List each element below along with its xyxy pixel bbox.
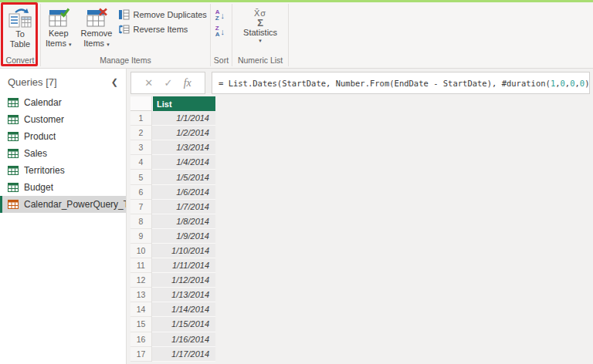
date-value-cell[interactable]: 1/16/2014 — [152, 332, 215, 347]
date-value-cell[interactable]: 1/10/2014 — [152, 244, 215, 258]
remove-duplicates-button[interactable]: Remove Duplicates — [118, 9, 206, 20]
date-value-cell[interactable]: 1/6/2014 — [152, 185, 215, 200]
date-value-cell[interactable]: 1/14/2014 — [152, 302, 215, 317]
group-label-numeric-list: Numeric List — [232, 54, 288, 68]
group-label-manage-items: Manage Items — [41, 54, 210, 68]
date-value-cell[interactable]: 1/7/2014 — [152, 200, 215, 214]
date-value-cell[interactable]: 1/15/2014 — [152, 317, 215, 332]
remove-duplicates-label: Remove Duplicates — [133, 10, 206, 19]
to-table-label-line2: Table — [10, 39, 30, 49]
query-item[interactable]: Calendar_PowerQuery_T... — [0, 196, 126, 213]
reverse-items-button[interactable]: Reverse Items — [118, 24, 206, 35]
to-table-button[interactable]: To Table — [3, 5, 37, 49]
formula-input[interactable]: = List.Dates(StartDate, Number.From(EndD… — [212, 72, 590, 94]
query-item[interactable]: Budget — [0, 179, 126, 196]
table-row[interactable]: 91/9/2014 — [130, 229, 215, 244]
query-item-label: Budget — [24, 182, 53, 193]
formula-segment: = List.Dates(StartDate, Number.From(EndD… — [219, 79, 551, 88]
query-item-label: Sales — [24, 148, 47, 159]
table-row[interactable]: 81/8/2014 — [130, 214, 215, 229]
date-value-cell[interactable]: 1/11/2014 — [152, 258, 215, 273]
date-value-cell[interactable]: 1/12/2014 — [152, 273, 215, 288]
cancel-icon[interactable]: ✕ — [144, 77, 153, 89]
accept-icon[interactable]: ✓ — [164, 77, 172, 89]
statistics-button[interactable]: X̄σ Σ Statistics ▾ — [232, 5, 288, 43]
table-row[interactable]: 51/5/2014 — [130, 170, 215, 184]
remove-items-icon — [85, 8, 108, 29]
query-item[interactable]: Customer — [0, 111, 126, 128]
row-number-cell: 12 — [130, 273, 152, 288]
date-value-cell[interactable]: 1/4/2014 — [152, 155, 215, 170]
row-number-cell: 4 — [130, 155, 152, 170]
table-header-row: List — [130, 96, 215, 111]
date-value-cell[interactable]: 1/13/2014 — [152, 288, 215, 302]
table-row[interactable]: 161/16/2014 — [130, 332, 215, 347]
table-row[interactable]: 61/6/2014 — [130, 185, 215, 200]
ribbon: To Table Convert — [0, 2, 593, 69]
group-label-sort: Sort — [211, 54, 232, 68]
to-table-icon — [8, 8, 32, 29]
reverse-items-icon — [118, 24, 130, 35]
remove-items-label-line2: Items ▾ — [83, 39, 109, 49]
table-row[interactable]: 111/11/2014 — [130, 258, 215, 273]
table-row[interactable]: 21/2/2014 — [130, 126, 215, 140]
date-value-cell[interactable]: 1/2/2014 — [152, 126, 215, 140]
query-item-label: Product — [24, 131, 56, 142]
table-row[interactable]: 31/3/2014 — [130, 140, 215, 155]
formula-bar-buttons: ✕ ✓ fx — [130, 72, 205, 94]
fx-icon[interactable]: fx — [184, 77, 191, 89]
formula-segment: )) — [585, 79, 590, 88]
ribbon-group-sort: AZ ↓ ZA ↓ Sort — [211, 2, 232, 68]
date-value-cell[interactable]: 1/17/2014 — [152, 347, 215, 362]
keep-items-dropdown-arrow: ▾ — [69, 42, 72, 47]
table-query-icon — [8, 149, 19, 158]
formula-bar: ✕ ✓ fx = List.Dates(StartDate, Number.Fr… — [130, 72, 590, 94]
sort-ascending-icon: AZ ↓ — [215, 9, 225, 22]
query-item-label: Territories — [24, 165, 65, 176]
date-value-cell[interactable]: 1/5/2014 — [152, 170, 215, 184]
statistics-icon: X̄σ Σ — [254, 8, 266, 28]
list-column-header[interactable]: List — [152, 96, 215, 111]
list-preview-table: List 11/1/201421/2/201431/3/201441/4/201… — [130, 96, 215, 362]
table-query-icon — [8, 183, 19, 192]
row-number-cell: 1 — [130, 111, 152, 126]
row-number-cell: 15 — [130, 317, 152, 332]
remove-items-dropdown-arrow: ▾ — [107, 42, 110, 47]
table-row[interactable]: 101/10/2014 — [130, 244, 215, 258]
remove-items-button[interactable]: Remove Items ▾ — [76, 5, 117, 49]
table-row[interactable]: 71/7/2014 — [130, 200, 215, 214]
remove-duplicates-icon — [118, 9, 130, 20]
table-row[interactable]: 151/15/2014 — [130, 317, 215, 332]
ribbon-separator — [288, 4, 289, 66]
row-number-cell: 16 — [130, 332, 152, 347]
row-number-cell: 2 — [130, 126, 152, 140]
row-number-cell: 11 — [130, 258, 152, 273]
table-row[interactable]: 41/4/2014 — [130, 155, 215, 170]
keep-items-button[interactable]: Keep Items ▾ — [41, 5, 76, 49]
keep-items-label-line1: Keep — [49, 29, 69, 39]
sort-ascending-button[interactable]: AZ ↓ — [215, 9, 227, 22]
query-item-label: Calendar — [24, 97, 62, 108]
date-value-cell[interactable]: 1/9/2014 — [152, 229, 215, 244]
table-row[interactable]: 121/12/2014 — [130, 273, 215, 288]
table-row[interactable]: 131/13/2014 — [130, 288, 215, 302]
date-value-cell[interactable]: 1/8/2014 — [152, 214, 215, 229]
statistics-label: Statistics — [243, 28, 277, 38]
table-query-icon — [8, 98, 19, 107]
statistics-dropdown-arrow: ▾ — [259, 38, 262, 43]
query-item[interactable]: Sales — [0, 145, 126, 162]
query-item[interactable]: Product — [0, 128, 126, 145]
table-row[interactable]: 141/14/2014 — [130, 302, 215, 317]
collapse-pane-icon[interactable]: ❮ — [110, 77, 120, 87]
date-value-cell[interactable]: 1/3/2014 — [152, 140, 215, 155]
sort-descending-icon: ZA ↓ — [215, 25, 225, 38]
table-row[interactable]: 171/17/2014 — [130, 347, 215, 362]
remove-items-label-line1: Remove — [80, 29, 112, 39]
table-row[interactable]: 11/1/2014 — [130, 111, 215, 126]
query-item[interactable]: Territories — [0, 162, 126, 179]
sort-descending-button[interactable]: ZA ↓ — [215, 25, 227, 38]
date-value-cell[interactable]: 1/1/2014 — [152, 111, 215, 126]
row-number-cell: 17 — [130, 347, 152, 362]
query-item[interactable]: Calendar — [0, 94, 126, 111]
row-number-cell: 13 — [130, 288, 152, 302]
